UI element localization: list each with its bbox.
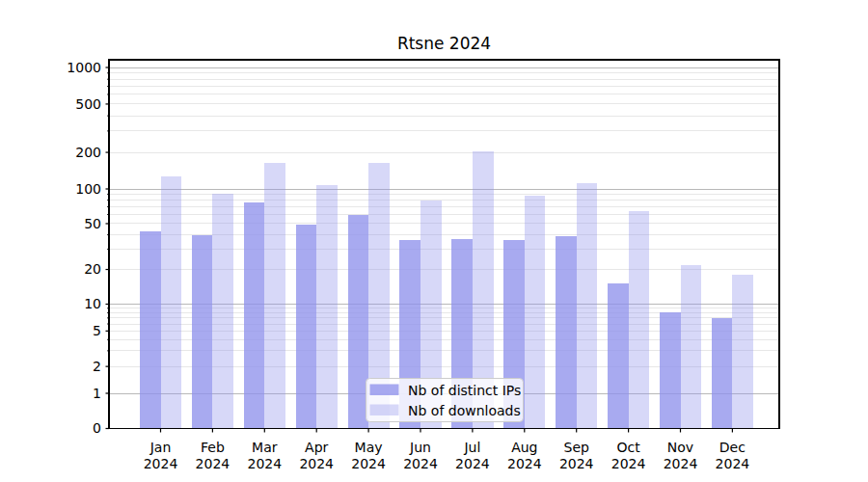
legend-swatch-distinct-ips	[370, 385, 399, 396]
y-tick-label-0: 0	[93, 420, 101, 436]
bar-downloads-jan	[161, 176, 182, 428]
bar-downloads-mar	[264, 163, 285, 429]
bar-chart-svg: 01251020501002005001000Jan2024Feb2024Mar…	[0, 0, 868, 482]
x-tick-label-jul: Jul2024	[455, 440, 490, 472]
x-tick-label-oct: Oct2024	[611, 440, 646, 472]
bar-ips-oct	[608, 283, 629, 428]
bar-downloads-feb	[212, 194, 233, 428]
bar-ips-may	[348, 215, 369, 429]
x-tick-label-feb: Feb2024	[196, 440, 231, 472]
y-tick-label-200: 200	[75, 145, 101, 160]
x-tick-label-may: May2024	[351, 440, 386, 472]
bar-downloads-nov	[681, 265, 702, 429]
bar-ips-mar	[244, 202, 265, 428]
y-tick-label-5: 5	[93, 323, 101, 338]
bar-ips-jan	[140, 231, 161, 429]
bar-ips-sep	[556, 236, 577, 429]
bar-downloads-apr	[316, 185, 338, 429]
matplotlib-figure: 01251020501002005001000Jan2024Feb2024Mar…	[0, 0, 868, 482]
bar-ips-apr	[296, 225, 317, 428]
x-tick-label-jan: Jan2024	[144, 440, 178, 472]
chart-title: Rtsne 2024	[397, 34, 491, 53]
y-tick-label-500: 500	[75, 96, 101, 112]
bar-downloads-oct	[629, 211, 650, 428]
y-tick-label-20: 20	[84, 261, 101, 277]
bar-ips-feb	[192, 235, 213, 429]
legend-label-distinct-ips: Nb of distinct IPs	[408, 383, 521, 398]
bar-ips-nov	[660, 312, 681, 428]
y-tick-label-50: 50	[84, 216, 101, 231]
y-tick-label-2: 2	[93, 359, 101, 374]
x-tick-label-nov: Nov2024	[664, 440, 698, 472]
bar-downloads-dec	[732, 275, 753, 429]
x-tick-label-sep: Sep2024	[559, 440, 594, 472]
legend-swatch-downloads	[370, 405, 399, 416]
y-tick-label-100: 100	[75, 181, 101, 197]
legend: Nb of distinct IPs Nb of downloads	[366, 379, 524, 422]
bar-ips-dec	[712, 318, 733, 429]
x-tick-label-apr: Apr2024	[299, 440, 334, 472]
bar-downloads-aug	[525, 196, 546, 429]
x-tick-label-dec: Dec2024	[716, 440, 750, 472]
x-tick-label-mar: Mar2024	[247, 440, 282, 472]
x-tick-label-aug: Aug2024	[507, 440, 542, 472]
y-tick-label-1: 1	[93, 386, 101, 401]
y-tick-label-1000: 1000	[67, 60, 101, 75]
legend-label-downloads: Nb of downloads	[408, 403, 521, 418]
bar-downloads-sep	[577, 183, 598, 429]
y-tick-label-10: 10	[84, 296, 101, 311]
x-tick-label-jun: Jun2024	[403, 440, 438, 472]
